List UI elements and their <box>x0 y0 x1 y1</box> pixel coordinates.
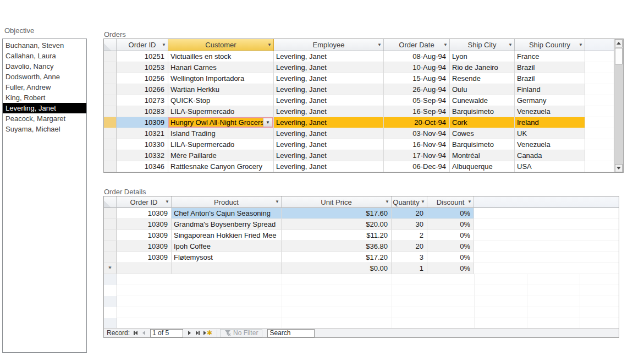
column-header-order-id[interactable]: Order ID▼ <box>117 196 172 208</box>
cell-ship-country[interactable]: Ireland <box>515 117 585 128</box>
cell-order-id[interactable]: 10332 <box>117 150 168 161</box>
cell-ship-city[interactable]: Barquisimeto <box>450 139 515 150</box>
cell-unit-price[interactable]: $20.00 <box>282 219 392 230</box>
listbox-item[interactable]: Fuller, Andrew <box>3 82 86 92</box>
last-record-button[interactable] <box>194 329 202 337</box>
row-selector[interactable] <box>104 106 117 117</box>
cell-ship-country[interactable]: Brazil <box>515 62 585 73</box>
first-record-button[interactable] <box>131 329 140 337</box>
row-selector[interactable] <box>104 208 117 219</box>
cell-customer[interactable]: Victuailles en stock <box>168 51 274 62</box>
cell-order-id[interactable]: 10309 <box>117 241 172 252</box>
cell-ship-city[interactable]: Resende <box>450 73 515 84</box>
cell-ship-country[interactable]: USA <box>515 161 585 172</box>
column-filter-icon[interactable]: ▼ <box>508 43 513 47</box>
record-position-box[interactable]: 1 of 5 <box>150 329 183 337</box>
cell-product[interactable]: Chef Anton's Cajun Seasoning <box>172 208 282 219</box>
cell-order-id[interactable]: 10256 <box>117 73 168 84</box>
listbox-item[interactable]: Suyama, Michael <box>3 124 86 134</box>
cell-order-id[interactable]: 10251 <box>117 51 168 62</box>
cell-customer[interactable]: Wellington Importadora <box>168 73 274 84</box>
cell-customer[interactable]: QUICK-Stop <box>168 95 274 106</box>
cell-order-id[interactable]: 10309 <box>117 117 168 128</box>
cell-customer[interactable]: Mère Paillarde <box>168 150 274 161</box>
listbox-item[interactable]: Davolio, Nancy <box>3 61 86 72</box>
row-selector[interactable] <box>104 230 117 241</box>
cell-ship-country[interactable]: France <box>515 51 585 62</box>
cell-customer[interactable]: Wartian Herkku <box>168 84 274 95</box>
cell-order-date[interactable]: 10-Aug-94 <box>384 62 450 73</box>
column-header-product[interactable]: Product▼ <box>172 196 282 208</box>
cell-employee[interactable]: Leverling, Janet <box>274 62 384 73</box>
cell-employee[interactable]: Leverling, Janet <box>274 139 384 150</box>
cell-unit-price[interactable]: $36.80 <box>282 241 392 252</box>
cell-unit-price[interactable]: $11.20 <box>282 230 392 241</box>
cell-employee[interactable]: Leverling, Janet <box>274 51 384 62</box>
row-selector[interactable] <box>104 128 117 139</box>
cell-product[interactable]: Grandma's Boysenberry Spread <box>172 219 282 230</box>
cell-product[interactable]: Singaporean Hokkien Fried Mee <box>172 230 282 241</box>
next-record-button[interactable] <box>185 329 194 337</box>
cell-customer[interactable]: LILA-Supermercado <box>168 106 274 117</box>
cell-discount[interactable]: 0% <box>427 263 474 274</box>
cell-order-date[interactable]: 26-Aug-94 <box>384 84 450 95</box>
cell-product[interactable] <box>172 263 282 274</box>
row-selector[interactable] <box>104 241 117 252</box>
cell-quantity[interactable]: 30 <box>392 219 427 230</box>
column-filter-icon[interactable]: ▼ <box>385 200 389 204</box>
previous-record-button[interactable] <box>140 329 148 337</box>
scroll-up-icon[interactable] <box>615 39 623 47</box>
cell-order-date[interactable]: 17-Nov-94 <box>384 150 450 161</box>
row-selector[interactable] <box>104 219 117 230</box>
cell-quantity[interactable]: 3 <box>392 252 427 263</box>
cell-order-date[interactable]: 20-Oct-94 <box>384 117 450 128</box>
cell-employee[interactable]: Leverling, Janet <box>274 128 384 139</box>
cell-customer[interactable]: Hanari Carnes <box>168 62 274 73</box>
cell-order-id[interactable]: 10283 <box>117 106 168 117</box>
listbox-item-selected[interactable]: Leverling, Janet <box>3 103 86 113</box>
cell-order-date[interactable]: 16-Sep-94 <box>384 106 450 117</box>
column-filter-icon[interactable]: ▼ <box>421 200 425 204</box>
cell-order-id[interactable]: 10346 <box>117 161 168 172</box>
cell-discount[interactable]: 0% <box>427 230 474 241</box>
vertical-scrollbar[interactable] <box>614 39 623 172</box>
column-filter-icon[interactable]: ▼ <box>377 43 382 47</box>
row-selector[interactable] <box>104 51 117 62</box>
cell-order-id[interactable]: 10321 <box>117 128 168 139</box>
combobox-value[interactable]: Hungry Owl All-Night Grocers <box>169 118 263 127</box>
combobox-dropdown-icon[interactable]: ▼ <box>263 118 272 127</box>
scroll-down-icon[interactable] <box>615 164 623 172</box>
cell-employee[interactable]: Leverling, Janet <box>274 106 384 117</box>
column-header-employee[interactable]: Employee▼ <box>274 39 384 51</box>
column-filter-icon[interactable]: ▼ <box>162 43 166 47</box>
column-header-unit-price[interactable]: Unit Price▼ <box>282 196 392 208</box>
column-header-ship-city[interactable]: Ship City▼ <box>450 39 515 51</box>
cell-customer-editing[interactable]: Hungry Owl All-Night Grocers ▼ <box>168 117 274 128</box>
cell-employee[interactable]: Leverling, Janet <box>274 150 384 161</box>
column-header-order-id[interactable]: Order ID▼ <box>117 39 168 51</box>
cell-unit-price[interactable]: $17.20 <box>282 252 392 263</box>
column-header-ship-country[interactable]: Ship Country▼ <box>515 39 585 51</box>
new-record-button[interactable]: ✱ <box>202 329 214 337</box>
column-filter-icon[interactable]: ▼ <box>579 43 583 47</box>
cell-ship-city[interactable]: Albuquerque <box>450 161 515 172</box>
listbox-item[interactable]: Buchanan, Steven <box>3 40 86 51</box>
no-filter-button[interactable]: No Filter <box>220 329 262 337</box>
cell-ship-city[interactable]: Rio de Janeiro <box>450 62 515 73</box>
cell-discount[interactable]: 0% <box>427 252 474 263</box>
cell-ship-country[interactable]: Brazil <box>515 73 585 84</box>
row-selector[interactable] <box>104 62 117 73</box>
cell-order-id[interactable]: 10273 <box>117 95 168 106</box>
row-selector[interactable] <box>104 139 117 150</box>
cell-quantity[interactable]: 20 <box>392 208 427 219</box>
cell-employee[interactable]: Leverling, Janet <box>274 117 384 128</box>
search-input[interactable]: Search <box>267 329 315 337</box>
column-filter-icon[interactable]: ▼ <box>267 43 272 47</box>
cell-order-date[interactable]: 08-Aug-94 <box>384 51 450 62</box>
cell-order-id[interactable]: 10309 <box>117 230 172 241</box>
cell-order-id[interactable] <box>117 263 172 274</box>
column-filter-icon[interactable]: ▼ <box>165 200 169 204</box>
cell-order-id[interactable]: 10330 <box>117 139 168 150</box>
scrollbar-thumb[interactable] <box>615 48 623 64</box>
cell-discount[interactable]: 0% <box>427 241 474 252</box>
